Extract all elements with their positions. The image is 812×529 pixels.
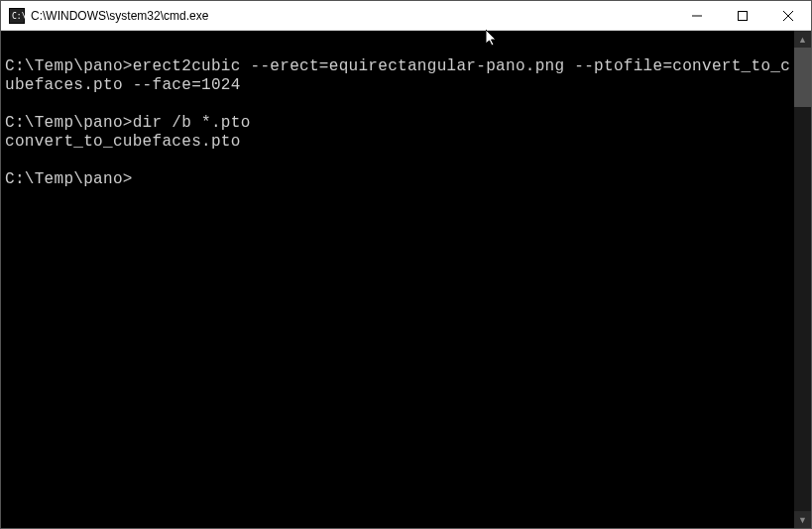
close-button[interactable]: [765, 1, 811, 30]
minimize-icon: [692, 11, 702, 21]
cmd-window: C:\ C:\WINDOWS\system32\cmd.exe: [0, 0, 812, 529]
svg-rect-4: [739, 11, 748, 20]
close-icon: [783, 11, 793, 21]
svg-text:C:\: C:\: [12, 12, 25, 21]
window-title: C:\WINDOWS\system32\cmd.exe: [31, 9, 674, 23]
scroll-up-arrow[interactable]: ▲: [794, 31, 811, 48]
window-controls: [674, 1, 811, 30]
cmd-icon: C:\: [9, 8, 25, 24]
terminal-output[interactable]: C:\Temp\pano>erect2cubic --erect=equirec…: [1, 31, 794, 528]
terminal-area: C:\Temp\pano>erect2cubic --erect=equirec…: [1, 31, 811, 528]
vertical-scrollbar[interactable]: ▲ ▼: [794, 31, 811, 528]
maximize-icon: [738, 11, 748, 21]
maximize-button[interactable]: [720, 1, 765, 30]
scroll-down-arrow[interactable]: ▼: [794, 511, 811, 528]
scroll-thumb[interactable]: [794, 48, 811, 107]
titlebar[interactable]: C:\ C:\WINDOWS\system32\cmd.exe: [1, 1, 811, 31]
minimize-button[interactable]: [674, 1, 720, 30]
